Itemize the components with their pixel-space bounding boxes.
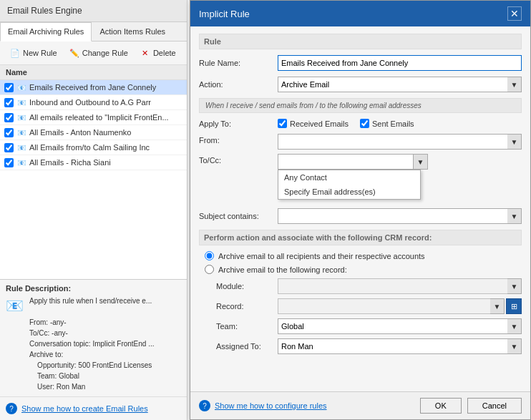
- rule-label: All Emails from/to Calm Sailing Inc: [29, 143, 150, 152]
- sent-emails-checkbox-label[interactable]: Sent Emails: [360, 119, 414, 128]
- rule-label: All Emails - Richa Siani: [29, 158, 111, 167]
- rule-icon: 📧: [16, 97, 26, 107]
- radio-all-recipients-row: Archive email to all recipients and thei…: [199, 251, 522, 260]
- rule-item[interactable]: 📧 Inbound and Outbound to A.G Parr: [0, 95, 187, 110]
- ok-button[interactable]: OK: [420, 398, 462, 414]
- help-link-text: Show me how to create Email Rules: [21, 404, 148, 413]
- record-select-wrapper: ▼: [278, 298, 505, 314]
- rules-list-header: Name: [0, 65, 187, 80]
- apply-to-row: Apply To: Received Emails Sent Emails: [199, 119, 522, 128]
- sent-emails-checkbox[interactable]: [360, 119, 369, 128]
- rule-checkbox[interactable]: [4, 83, 14, 92]
- rule-checkbox[interactable]: [4, 128, 14, 137]
- subject-row: Subject contains: ▼: [199, 208, 522, 224]
- from-select-wrapper: ▼: [278, 134, 522, 150]
- left-help-link[interactable]: ? Show me how to create Email Rules: [0, 396, 187, 420]
- record-row: Record: ▼ ⊞: [199, 298, 522, 314]
- radio-all-recipients-label[interactable]: Archive email to all recipients and thei…: [218, 252, 425, 260]
- rule-icon: 📧: [16, 157, 26, 167]
- module-select[interactable]: [278, 278, 522, 294]
- rule-label: All emails releated to "Implicit FrontEn…: [29, 113, 169, 122]
- change-rule-icon: ✏️: [69, 47, 80, 59]
- footer-help-text: Show me how to configure rules: [215, 401, 327, 410]
- radio-following-record-row: Archive email to the following record:: [199, 265, 522, 274]
- toolbar: 📄 New Rule ✏️ Change Rule ✕ Delete: [0, 41, 187, 65]
- delete-button[interactable]: ✕ Delete: [135, 44, 181, 62]
- from-select[interactable]: [278, 134, 522, 150]
- tab-bar: Email Archiving Rules Action Items Rules: [0, 22, 187, 41]
- received-emails-checkbox[interactable]: [278, 119, 287, 128]
- rule-name-row: Rule Name:: [199, 55, 522, 71]
- dropdown-item-any-contact[interactable]: Any Contact: [278, 170, 420, 185]
- module-select-wrapper: ▼: [278, 278, 522, 294]
- dialog-body: Rule Rule Name: Action: Archive Email ▼ …: [190, 26, 530, 391]
- rule-name-input[interactable]: [278, 55, 522, 71]
- record-picker-button[interactable]: ⊞: [506, 298, 522, 314]
- tocc-label: To/Cc:: [199, 154, 278, 165]
- rule-item[interactable]: 📧 All Emails - Richa Siani: [0, 155, 187, 170]
- footer-help-icon: ?: [199, 400, 210, 411]
- assigned-select[interactable]: Ron Man: [278, 338, 522, 354]
- rule-checkbox[interactable]: [4, 113, 14, 122]
- received-emails-checkbox-label[interactable]: Received Emails: [278, 119, 349, 128]
- action-section-label: Perform action and associate with the fo…: [199, 230, 522, 245]
- delete-icon: ✕: [140, 47, 151, 59]
- cancel-button[interactable]: Cancel: [467, 398, 522, 414]
- record-label: Record:: [216, 302, 278, 311]
- rule-item[interactable]: 📧 Emails Received from Jane Connely: [0, 80, 187, 95]
- new-rule-button[interactable]: 📄 New Rule: [4, 44, 62, 62]
- rule-label: Emails Received from Jane Connely: [29, 83, 156, 92]
- rule-checkbox[interactable]: [4, 158, 14, 167]
- tocc-row: To/Cc: ▼ Any Contact Specify Email addre…: [199, 154, 522, 187]
- assigned-to-row: Assigned To: Ron Man ▼: [199, 338, 522, 354]
- subject-label: Subject contains:: [199, 212, 278, 220]
- record-wrapper: ▼ ⊞: [278, 298, 522, 314]
- rule-name-label: Rule Name:: [199, 59, 278, 67]
- rule-checkbox[interactable]: [4, 143, 14, 152]
- radio-following-record-label[interactable]: Archive email to the following record:: [218, 265, 347, 274]
- from-row: From: ▼: [199, 134, 522, 150]
- from-label: From:: [199, 134, 278, 145]
- radio-all-recipients[interactable]: [205, 251, 214, 260]
- module-label: Module:: [216, 282, 278, 290]
- action-row: Action: Archive Email ▼: [199, 77, 522, 92]
- dialog-footer: ? Show me how to configure rules OK Canc…: [190, 391, 530, 419]
- team-select[interactable]: Global: [278, 318, 522, 334]
- dialog-titlebar: Implicit Rule ✕: [190, 1, 530, 26]
- tocc-input[interactable]: [278, 154, 414, 170]
- record-picker-icon: ⊞: [511, 302, 517, 311]
- team-select-wrapper: Global ▼: [278, 318, 522, 334]
- apply-to-label: Apply To:: [199, 119, 278, 128]
- dialog: Implicit Rule ✕ Rule Rule Name: Action: …: [190, 0, 531, 420]
- rule-description: Rule Description: 📧 Apply this rule when…: [0, 279, 187, 396]
- new-rule-icon: 📄: [9, 47, 21, 59]
- rule-item[interactable]: 📧 All Emails from/to Calm Sailing Inc: [0, 140, 187, 155]
- team-row: Team: Global ▼: [199, 318, 522, 334]
- rule-icon: 📧: [16, 82, 26, 92]
- dialog-title: Implicit Rule: [199, 9, 250, 19]
- rule-item[interactable]: 📧 All Emails - Anton Naumenko: [0, 125, 187, 140]
- rule-section-label: Rule: [199, 34, 522, 49]
- left-header-title: Email Rules Engine: [7, 6, 82, 16]
- left-header: Email Rules Engine: [0, 0, 187, 22]
- radio-following-record[interactable]: [205, 265, 214, 274]
- dropdown-item-specify-email[interactable]: Specify Email address(es): [278, 185, 420, 199]
- record-select[interactable]: [278, 298, 505, 314]
- tab-action-items[interactable]: Action Items Rules: [92, 22, 173, 41]
- tab-email-archiving[interactable]: Email Archiving Rules: [0, 22, 92, 41]
- rule-label: All Emails - Anton Naumenko: [29, 128, 131, 137]
- rule-checkbox[interactable]: [4, 98, 14, 107]
- action-select-wrapper: Archive Email ▼: [278, 77, 522, 92]
- footer-help-link[interactable]: ? Show me how to configure rules: [199, 400, 327, 411]
- subject-select-wrapper: ▼: [278, 208, 522, 224]
- module-row: Module: ▼: [199, 278, 522, 294]
- left-panel: Email Rules Engine Email Archiving Rules…: [0, 0, 187, 420]
- tocc-field: ▼ Any Contact Specify Email address(es) …: [278, 154, 522, 187]
- action-select[interactable]: Archive Email: [278, 77, 522, 92]
- rules-list[interactable]: 📧 Emails Received from Jane Connely 📧 In…: [0, 80, 187, 279]
- change-rule-button[interactable]: ✏️ Change Rule: [64, 44, 133, 62]
- when-label: When I receive / send emails from / to t…: [199, 98, 522, 113]
- subject-input[interactable]: [278, 208, 522, 224]
- dialog-close-button[interactable]: ✕: [507, 6, 522, 21]
- rule-item[interactable]: 📧 All emails releated to "Implicit Front…: [0, 110, 187, 125]
